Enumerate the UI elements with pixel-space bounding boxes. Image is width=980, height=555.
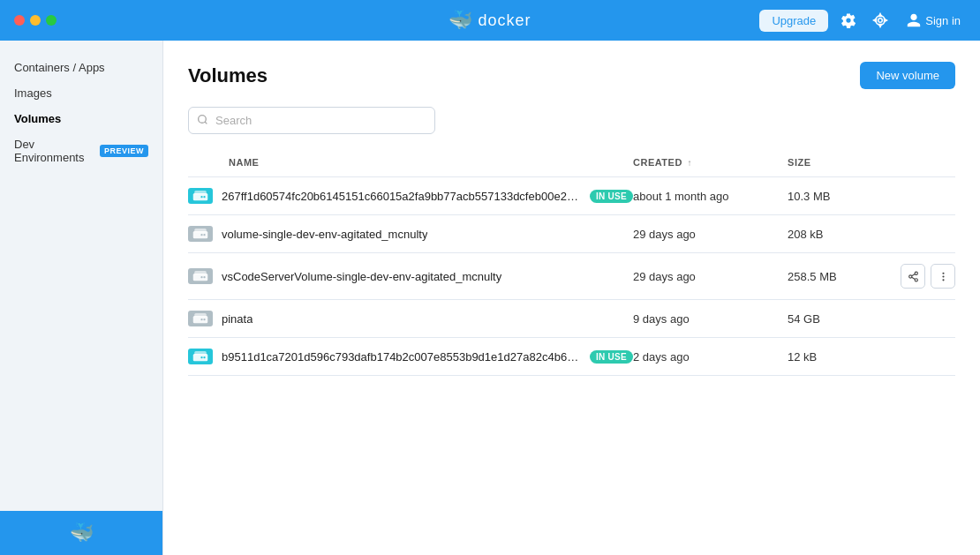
minimize-traffic-light[interactable] [30, 15, 41, 26]
td-name: b9511d1ca7201d596c793dafb174b2c007e8553b… [188, 338, 633, 376]
svg-point-15 [200, 276, 202, 278]
table-row[interactable]: 267ff1d60574fc20b6145151c66015a2fa9bb77a… [188, 177, 955, 215]
svg-point-11 [200, 234, 202, 236]
svg-point-1 [876, 16, 886, 26]
svg-point-21 [942, 272, 944, 274]
svg-point-6 [203, 196, 205, 198]
column-header-created: CREATED ↑ [633, 152, 788, 177]
volume-name: pinata [222, 312, 253, 326]
td-name: vsCodeServerVolume-single-dev-env-agitat… [188, 253, 633, 300]
sidebar-nav: Containers / Apps Images Volumes Dev Env… [0, 41, 162, 511]
titlebar-right: Upgrade Sign in [759, 9, 966, 32]
close-traffic-light[interactable] [14, 15, 25, 26]
more-options-button[interactable] [931, 264, 955, 289]
sort-arrow-icon: ↑ [687, 158, 692, 168]
svg-rect-5 [194, 191, 207, 195]
td-actions [867, 338, 955, 376]
table-row[interactable]: b9511d1ca7201d596c793dafb174b2c007e8553b… [188, 338, 955, 376]
td-actions [867, 300, 955, 338]
titlebar-left [14, 15, 57, 26]
svg-point-16 [915, 272, 917, 274]
svg-point-31 [200, 356, 202, 358]
gear-icon [841, 12, 856, 28]
preview-badge: PREVIEW [100, 145, 148, 157]
volume-icon [188, 188, 213, 204]
maximize-traffic-light[interactable] [46, 15, 57, 26]
sidebar-footer: 🐳 [0, 511, 162, 555]
svg-rect-25 [194, 313, 207, 318]
table-row[interactable]: volume-single-dev-env-agitated_mcnulty 2… [188, 215, 955, 253]
traffic-lights [14, 15, 57, 26]
volume-icon [188, 268, 213, 284]
td-actions [867, 215, 955, 253]
svg-point-18 [915, 278, 917, 281]
in-use-badge: IN USE [590, 350, 633, 364]
table-row[interactable]: pinata 9 days ago 54 GB [188, 300, 955, 338]
search-container [188, 107, 435, 134]
svg-rect-13 [194, 271, 207, 275]
sidebar-item-volumes[interactable]: Volumes [0, 106, 162, 131]
svg-line-19 [911, 277, 915, 279]
td-created: 29 days ago [633, 253, 788, 300]
td-size: 54 GB [788, 300, 867, 338]
svg-point-22 [942, 275, 944, 277]
page-title: Volumes [188, 64, 268, 87]
share-button[interactable] [901, 264, 925, 289]
volume-name: b9511d1ca7201d596c793dafb174b2c007e8553b… [222, 350, 581, 364]
content-area: Volumes New volume NAME CREATED [163, 41, 980, 555]
in-use-badge: IN USE [590, 190, 633, 203]
search-input[interactable] [188, 107, 435, 134]
upgrade-button[interactable]: Upgrade [759, 10, 828, 32]
svg-point-17 [908, 274, 911, 277]
sidebar-item-label: Dev Environments [14, 138, 94, 164]
td-name: pinata [188, 300, 633, 338]
volume-icon [188, 311, 213, 326]
column-header-size: SIZE [788, 152, 867, 177]
sign-in-button[interactable]: Sign in [901, 9, 966, 32]
volume-icon [188, 226, 213, 242]
volume-icon [188, 349, 213, 364]
svg-point-30 [203, 356, 205, 358]
sidebar: Containers / Apps Images Volumes Dev Env… [0, 41, 163, 555]
search-icon [197, 114, 208, 128]
sign-in-label: Sign in [925, 14, 961, 27]
row-actions [867, 264, 955, 289]
td-size: 12 kB [788, 338, 867, 376]
volumes-table: NAME CREATED ↑ SIZE [188, 152, 955, 376]
table-header: NAME CREATED ↑ SIZE [188, 152, 955, 177]
td-created: about 1 month ago [633, 177, 788, 215]
td-actions [867, 177, 955, 215]
titlebar: 🐳 docker Upgrade Sign in [0, 0, 980, 41]
svg-point-0 [878, 19, 883, 23]
td-name: volume-single-dev-env-agitated_mcnulty [188, 215, 633, 253]
td-created: 29 days ago [633, 215, 788, 253]
volume-name: 267ff1d60574fc20b6145151c66015a2fa9bb77a… [222, 190, 581, 203]
td-size: 258.5 MB [788, 253, 867, 300]
td-created: 2 days ago [633, 338, 788, 376]
svg-line-20 [911, 274, 915, 275]
td-size: 10.3 MB [788, 177, 867, 215]
sidebar-item-images[interactable]: Images [0, 80, 162, 106]
volume-name: vsCodeServerVolume-single-dev-env-agitat… [222, 270, 501, 283]
new-volume-button[interactable]: New volume [860, 62, 955, 89]
titlebar-center: 🐳 docker [449, 9, 531, 32]
td-name: 267ff1d60574fc20b6145151c66015a2fa9bb77a… [188, 177, 633, 215]
svg-rect-9 [194, 229, 207, 233]
td-actions [867, 253, 955, 300]
settings-button[interactable] [837, 9, 860, 32]
main-layout: Containers / Apps Images Volumes Dev Env… [0, 41, 980, 555]
svg-point-7 [200, 196, 202, 198]
sidebar-item-label: Containers / Apps [14, 61, 105, 74]
sidebar-item-containers-apps[interactable]: Containers / Apps [0, 55, 162, 80]
svg-point-14 [203, 276, 205, 278]
table-row[interactable]: vsCodeServerVolume-single-dev-env-agitat… [188, 253, 955, 300]
extensions-button[interactable] [869, 9, 892, 32]
td-size: 208 kB [788, 215, 867, 253]
svg-line-3 [205, 122, 207, 124]
svg-point-10 [203, 234, 205, 236]
docker-whale-logo-icon: 🐳 [449, 9, 472, 32]
table-body: 267ff1d60574fc20b6145151c66015a2fa9bb77a… [188, 177, 955, 376]
sidebar-item-dev-environments[interactable]: Dev Environments PREVIEW [0, 131, 162, 170]
account-icon [906, 12, 922, 28]
td-created: 9 days ago [633, 300, 788, 338]
